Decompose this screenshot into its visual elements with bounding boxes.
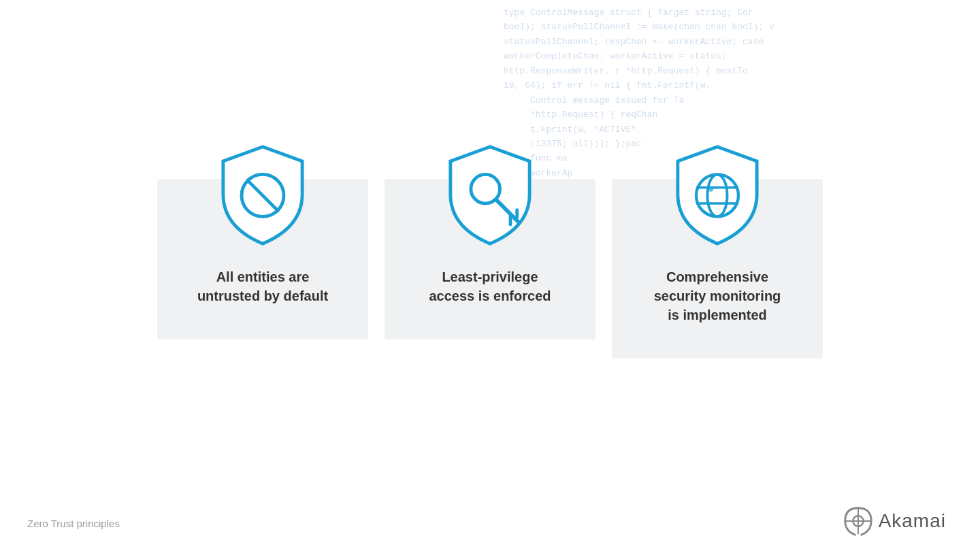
shield-wrapper-monitoring [666, 141, 768, 247]
card-monitoring: Comprehensive security monitoring is imp… [612, 179, 823, 358]
card-untrusted: All entities are untrusted by default [157, 179, 368, 339]
svg-point-10 [708, 186, 713, 192]
shield-wrapper-untrusted [212, 141, 314, 247]
card-least-privilege: Least-privilege access is enforced [385, 179, 595, 339]
akamai-logo: Akamai [842, 505, 946, 537]
akamai-icon-svg [842, 505, 875, 537]
shield-icon-untrusted [212, 141, 314, 247]
brand-name: Akamai [879, 510, 946, 532]
shield-icon-key [439, 141, 541, 247]
card-text-untrusted: All entities are untrusted by default [184, 267, 342, 305]
main-content: All entities are untrusted by default Le… [0, 0, 980, 551]
footer-label: Zero Trust principles [27, 518, 120, 529]
shield-icon-globe [666, 141, 768, 247]
shield-wrapper-least-privilege [439, 141, 541, 247]
card-text-monitoring: Comprehensive security monitoring is imp… [640, 267, 795, 324]
cards-container: All entities are untrusted by default Le… [157, 179, 823, 358]
card-text-least-privilege: Least-privilege access is enforced [416, 267, 565, 305]
